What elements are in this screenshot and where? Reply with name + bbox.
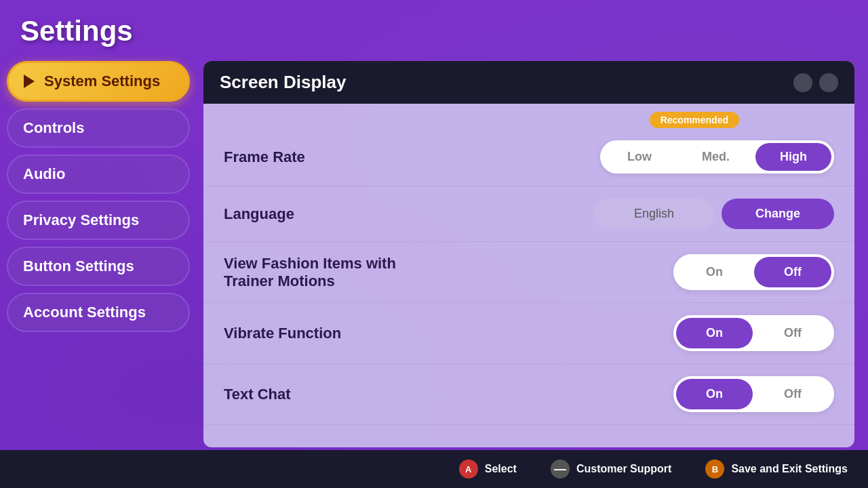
fashion-items-label: View Fashion Items with Trainer Motions (224, 255, 396, 290)
language-label: Language (224, 205, 294, 223)
frame-rate-low-button[interactable]: Low (603, 143, 676, 171)
fashion-items-off-button[interactable]: Off (754, 257, 831, 287)
recommended-badge-row: Recommended (203, 104, 854, 128)
language-control: English Change (593, 199, 834, 229)
frame-rate-med-button[interactable]: Med. (677, 143, 754, 171)
a-button-icon: A (459, 460, 478, 479)
customer-support-label: Customer Support (576, 463, 671, 475)
text-chat-label: Text Chat (224, 386, 291, 403)
frame-rate-label: Frame Rate (224, 148, 305, 166)
sidebar-item-account-settings[interactable]: Account Settings (7, 293, 190, 332)
page-title: Settings (20, 15, 133, 47)
language-row: Language English Change (203, 186, 854, 242)
frame-rate-high-button[interactable]: High (755, 143, 831, 171)
vibrate-function-row: Vibrate Function On Off (203, 303, 854, 364)
text-chat-toggle-group: On Off (673, 376, 834, 412)
settings-content: Recommended Frame Rate Low Med. High Lan… (203, 104, 854, 425)
panel-header: Screen Display (203, 61, 854, 104)
sidebar-item-privacy-settings[interactable]: Privacy Settings (7, 201, 190, 240)
frame-rate-toggle-group: Low Med. High (600, 140, 834, 174)
fashion-items-row: View Fashion Items with Trainer Motions … (203, 242, 854, 303)
arrow-icon (24, 75, 35, 88)
vibrate-function-control: On Off (673, 315, 834, 351)
save-exit-action: B Save and Exit Settings (705, 460, 848, 479)
sidebar-item-system-settings[interactable]: System Settings (7, 61, 190, 102)
text-chat-on-button[interactable]: On (676, 379, 753, 409)
vibrate-function-toggle-group: On Off (673, 315, 834, 351)
sidebar-item-controls[interactable]: Controls (7, 108, 190, 148)
panel-header-icons (793, 73, 838, 92)
vibrate-function-off-button[interactable]: Off (754, 318, 831, 348)
language-change-button[interactable]: Change (722, 199, 834, 229)
b-button-icon: B (705, 460, 724, 479)
header-icon-1 (793, 73, 812, 92)
customer-support-action: — Customer Support (551, 460, 671, 479)
fashion-items-toggle-group: On Off (673, 254, 834, 290)
select-action: A Select (459, 460, 517, 479)
sidebar: System Settings Controls Audio Privacy S… (7, 61, 190, 332)
text-chat-row: Text Chat On Off (203, 364, 854, 425)
text-chat-off-button[interactable]: Off (754, 379, 831, 409)
main-panel: Screen Display Recommended Frame Rate Lo… (203, 61, 854, 447)
select-label: Select (485, 463, 517, 475)
fashion-items-control: On Off (673, 254, 834, 290)
minus-button-icon: — (551, 460, 570, 479)
fashion-items-on-button[interactable]: On (676, 257, 753, 287)
recommended-tag: Recommended (650, 112, 739, 128)
frame-rate-control: Low Med. High (600, 140, 834, 174)
vibrate-function-label: Vibrate Function (224, 325, 341, 342)
sidebar-item-button-settings[interactable]: Button Settings (7, 247, 190, 286)
panel-title: Screen Display (220, 72, 346, 93)
bottom-bar: A Select — Customer Support B Save and E… (0, 450, 868, 488)
save-exit-label: Save and Exit Settings (731, 463, 848, 475)
language-value: English (593, 199, 715, 229)
text-chat-control: On Off (673, 376, 834, 412)
vibrate-function-on-button[interactable]: On (676, 318, 753, 348)
header-icon-2 (819, 73, 838, 92)
sidebar-item-audio[interactable]: Audio (7, 155, 190, 194)
frame-rate-row: Frame Rate Low Med. High (203, 128, 854, 186)
